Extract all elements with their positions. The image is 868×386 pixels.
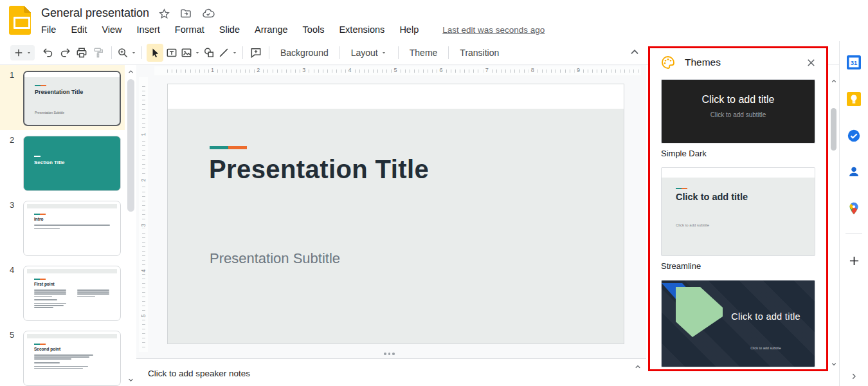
speaker-notes-input[interactable]: Click to add speaker notes (148, 369, 250, 378)
themes-panel-title: Themes (685, 57, 805, 68)
accent-dashes (210, 146, 247, 149)
accent-dashes (34, 214, 46, 215)
thumb-title-text: Intro (34, 217, 43, 221)
close-icon[interactable] (805, 57, 817, 69)
hide-side-panel-icon[interactable] (847, 369, 861, 383)
themes-scrollbar[interactable] (829, 75, 838, 371)
chevron-down-icon (194, 50, 201, 56)
slide-thumbnail-4[interactable]: First point (23, 266, 121, 321)
document-title[interactable]: General presentation (41, 6, 149, 20)
slide-title-text[interactable]: Presentation Title (209, 155, 429, 184)
background-button[interactable]: Background (274, 45, 335, 60)
paint-format-button[interactable] (90, 44, 107, 62)
theme-decoration-shapes (662, 280, 815, 367)
speaker-notes-bar: Click to add speaker notes (136, 358, 646, 386)
scroll-up-icon[interactable] (125, 66, 136, 77)
slide-thumbnail-2[interactable]: Section Title (23, 136, 121, 191)
notes-resize-handle[interactable] (384, 353, 395, 355)
palette-icon (660, 55, 676, 70)
thumb-body-text (34, 225, 114, 232)
zoom-button[interactable] (116, 44, 137, 62)
menu-item-arrange[interactable]: Arrange (253, 24, 289, 35)
menu-item-help[interactable]: Help (398, 24, 420, 35)
insert-line-button[interactable] (217, 44, 238, 62)
theme-button[interactable]: Theme (403, 45, 444, 60)
cloud-saved-icon[interactable] (201, 7, 215, 20)
insert-image-button[interactable] (180, 44, 201, 62)
canvas-area: 123456789 12345 Presentation Title Prese… (136, 65, 646, 358)
google-maps-icon[interactable] (847, 201, 861, 216)
thumb-body-text (34, 290, 114, 311)
accent-dashes (35, 85, 46, 86)
scroll-down-icon[interactable] (125, 374, 136, 385)
theme-list: Click to add titleClick to add subtitleS… (650, 77, 826, 367)
theme-card-focus[interactable]: Click to add titleClick to add subtitle (661, 280, 815, 367)
scroll-up-icon[interactable] (829, 76, 839, 86)
layout-button[interactable]: Layout (345, 45, 393, 60)
star-icon[interactable] (158, 8, 170, 20)
slides-logo[interactable] (9, 6, 31, 35)
filmstrip-scrollbar[interactable] (125, 65, 136, 386)
menu-item-insert[interactable]: Insert (136, 24, 161, 35)
menu-item-extensions[interactable]: Extensions (338, 24, 386, 35)
insert-shape-button[interactable] (201, 44, 217, 62)
ruler-label: 7 (484, 67, 491, 73)
svg-text:31: 31 (851, 59, 858, 66)
theme-item-streamline: Click to add titleClick to add subtitleS… (661, 167, 826, 271)
get-add-ons-icon[interactable] (847, 253, 861, 268)
insert-comment-button[interactable] (248, 44, 264, 62)
ruler-label: 9 (575, 67, 582, 73)
ruler-label: 2 (140, 177, 147, 183)
slide-row-2[interactable]: 2Section Title (0, 130, 125, 195)
scroll-down-icon[interactable] (829, 359, 839, 369)
notes-scroll-up-icon[interactable] (633, 362, 642, 374)
accent-dashes (34, 344, 46, 345)
accent-dashes (676, 188, 687, 189)
google-slides-app: General presentation FileEditViewInsertF… (0, 0, 868, 386)
chevron-down-icon (26, 50, 32, 56)
slide-header-band (168, 84, 624, 109)
theme-preview-title: Click to add title (676, 192, 748, 202)
slide-row-5[interactable]: 5Second point (0, 325, 125, 386)
menu-item-edit[interactable]: Edit (69, 24, 88, 35)
move-to-folder-icon[interactable] (179, 7, 192, 20)
ruler-label: 5 (392, 67, 399, 73)
slide-subtitle-text[interactable]: Presentation Subtitle (210, 250, 340, 267)
undo-button[interactable] (40, 44, 57, 62)
slide-thumbnail-3[interactable]: Intro (23, 201, 121, 256)
google-apps-sidebar: 31 (839, 41, 868, 386)
thumb-title-text: Presentation Title (35, 89, 83, 95)
ruler-label: 2 (255, 67, 262, 73)
menu-item-format[interactable]: Format (174, 24, 206, 35)
slide-thumbnail-5[interactable]: Second point (23, 331, 121, 386)
themes-panel-header: Themes (650, 48, 826, 77)
google-keep-icon[interactable] (847, 92, 861, 106)
select-cursor-button[interactable] (147, 44, 163, 62)
menu-item-view[interactable]: View (100, 24, 123, 35)
current-slide[interactable]: Presentation Title Presentation Subtitle (167, 84, 624, 344)
theme-card-simple-dark[interactable]: Click to add titleClick to add subtitle (661, 79, 815, 143)
menu-bar: FileEditViewInsertFormatSlideArrangeTool… (40, 24, 545, 35)
text-box-button[interactable] (163, 44, 180, 62)
scrollbar-thumb[interactable] (831, 108, 836, 151)
slide-row-4[interactable]: 4First point (0, 260, 125, 325)
menu-item-slide[interactable]: Slide (218, 24, 241, 35)
theme-card-streamline[interactable]: Click to add titleClick to add subtitle (661, 167, 815, 256)
google-contacts-icon[interactable] (847, 165, 861, 179)
google-tasks-icon[interactable] (847, 129, 861, 143)
slide-row-1[interactable]: 1Presentation TitlePresentation Subtitle (0, 65, 125, 130)
transition-button[interactable]: Transition (453, 45, 505, 60)
ruler-label: 4 (346, 67, 353, 73)
slide-row-3[interactable]: 3Intro (0, 195, 125, 260)
print-button[interactable] (73, 44, 90, 62)
hide-menus-button[interactable] (628, 45, 642, 62)
menu-item-file[interactable]: File (40, 24, 57, 35)
google-calendar-icon[interactable]: 31 (847, 55, 861, 69)
thumb-title-text: Second point (34, 347, 60, 351)
last-edit-link[interactable]: Last edit was seconds ago (442, 25, 545, 35)
slide-thumbnail-1[interactable]: Presentation TitlePresentation Subtitle (23, 71, 121, 126)
new-slide-button[interactable] (10, 45, 35, 60)
redo-button[interactable] (57, 44, 73, 62)
menu-item-tools[interactable]: Tools (302, 24, 326, 35)
scrollbar-thumb[interactable] (127, 79, 134, 212)
